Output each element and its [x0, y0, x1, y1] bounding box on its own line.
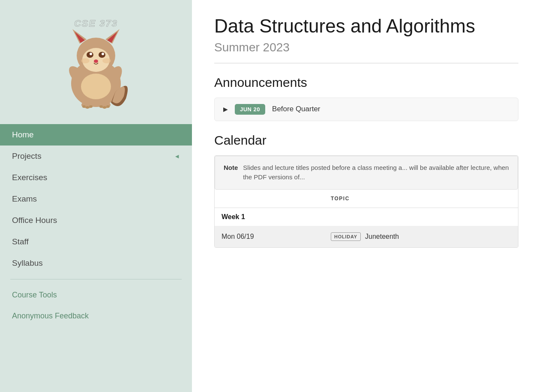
svg-point-11 — [102, 53, 104, 55]
calendar-note: Note Slides and lecture titles posted be… — [215, 156, 518, 190]
announcement-text: Before Quarter — [272, 105, 320, 113]
projects-arrow-icon: ◄ — [174, 153, 180, 160]
svg-point-14 — [102, 58, 111, 63]
date-column-header — [215, 190, 324, 208]
note-label: Note — [224, 163, 238, 182]
svg-point-13 — [81, 58, 90, 63]
sidebar-item-staff[interactable]: Staff — [0, 231, 192, 252]
svg-point-12 — [94, 59, 98, 63]
announcement-item[interactable]: ▶ JUN 20 Before Quarter — [214, 98, 518, 121]
announcement-expand-icon[interactable]: ▶ — [223, 106, 228, 113]
sidebar-item-anonymous-feedback[interactable]: Anonymous Feedback — [0, 306, 192, 327]
sidebar-item-exercises[interactable]: Exercises — [0, 167, 192, 188]
sidebar-item-projects[interactable]: Projects ◄ — [0, 146, 192, 167]
sidebar-divider — [10, 279, 182, 279]
announcements-heading: Announcements — [214, 75, 518, 90]
sidebar-item-exams[interactable]: Exams — [0, 188, 192, 210]
note-text: Slides and lecture titles posted before … — [243, 163, 509, 182]
calendar-table: TOPIC Week 1 Mon 06/19 HOLIDAY Juneteent… — [215, 190, 518, 248]
svg-point-22 — [89, 105, 93, 108]
sidebar-navigation: Home Projects ◄ Exercises Exams Office H… — [0, 124, 192, 327]
sidebar-item-home[interactable]: Home — [0, 124, 192, 146]
holiday-badge: HOLIDAY — [331, 232, 361, 241]
sidebar-item-course-tools[interactable]: Course Tools — [0, 285, 192, 306]
svg-text:CSE 373: CSE 373 — [74, 18, 118, 29]
announcement-date-badge: JUN 20 — [235, 104, 265, 115]
topic-column-header: TOPIC — [324, 190, 518, 208]
week-label: Week 1 — [215, 208, 518, 226]
fox-mascot-logo: CSE 373 — [49, 13, 143, 116]
svg-point-20 — [82, 105, 86, 108]
calendar-row-holiday-juneteenth: Mon 06/19 HOLIDAY Juneteenth — [215, 226, 518, 247]
week-1-row: Week 1 — [215, 208, 518, 226]
calendar-wrapper: Note Slides and lecture titles posted be… — [214, 155, 518, 248]
sidebar: CSE 373 — [0, 0, 192, 392]
calendar-header-row: TOPIC — [215, 190, 518, 208]
svg-point-23 — [99, 105, 103, 108]
topic-cell: HOLIDAY Juneteenth — [324, 226, 518, 247]
logo-area: CSE 373 — [0, 0, 192, 124]
page-subtitle: Summer 2023 — [214, 41, 518, 54]
svg-point-10 — [90, 53, 92, 55]
svg-point-17 — [81, 74, 111, 99]
main-content: Data Structures and Algorithms Summer 20… — [192, 0, 539, 392]
date-cell: Mon 06/19 — [215, 226, 324, 247]
sidebar-item-syllabus[interactable]: Syllabus — [0, 252, 192, 274]
holiday-topic-text: Juneteenth — [365, 233, 399, 241]
svg-point-24 — [103, 106, 106, 109]
title-divider — [214, 63, 518, 63]
page-title: Data Structures and Algorithms — [214, 15, 518, 37]
svg-point-25 — [106, 105, 110, 108]
sidebar-item-office-hours[interactable]: Office Hours — [0, 210, 192, 231]
calendar-heading: Calendar — [214, 133, 518, 148]
svg-point-21 — [86, 106, 89, 109]
